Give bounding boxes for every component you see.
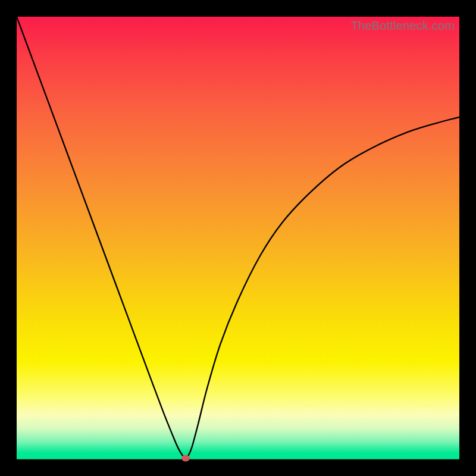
baseline bbox=[17, 458, 459, 459]
bottleneck-curve-path bbox=[17, 17, 459, 458]
curve-svg bbox=[17, 17, 459, 459]
plot-area: TheBottleneck.com bbox=[17, 17, 459, 459]
chart-frame: TheBottleneck.com bbox=[0, 0, 476, 476]
optimum-marker bbox=[181, 455, 190, 461]
